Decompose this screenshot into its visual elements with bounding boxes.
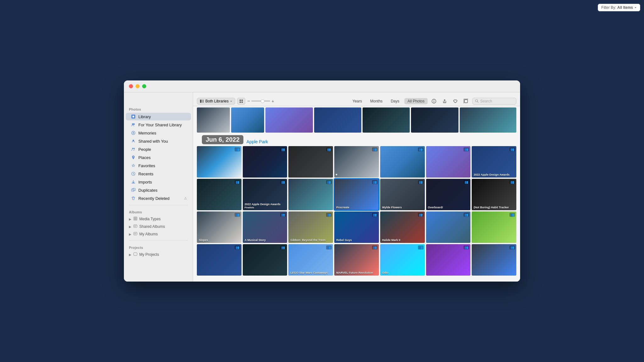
shared-icon: 👥: [372, 245, 378, 250]
share-button[interactable]: [440, 98, 449, 105]
minimize-button[interactable]: [136, 84, 140, 88]
svg-point-8: [134, 148, 135, 149]
photo-cell[interactable]: 👥: [472, 244, 516, 276]
sidebar-item-duplicates[interactable]: Duplicates: [126, 186, 191, 194]
photo-cell[interactable]: 👥 ♥: [334, 146, 379, 178]
search-bar[interactable]: Search: [472, 98, 516, 105]
chevron-icon-4: ▶: [129, 253, 131, 256]
recently-deleted-icon: [131, 196, 136, 201]
photo-cell[interactable]: 👥 Gibbon: Beyond the Trees: [288, 211, 333, 243]
photo-cell[interactable]: 👥: [243, 146, 287, 178]
photo-cell[interactable]: 👥 2022 Apple Design Awards: [472, 146, 516, 178]
photo-cell[interactable]: 👥 Overboard!: [426, 179, 471, 210]
sidebar-item-people-label: People: [138, 147, 187, 152]
photo-cell[interactable]: 👥: [197, 179, 242, 210]
zoom-minus[interactable]: −: [247, 99, 250, 104]
sidebar-item-favorites[interactable]: Favorites: [126, 162, 191, 169]
photo-cell[interactable]: [265, 107, 313, 133]
photo-cell[interactable]: 👥 (Not Boring) Habit Tracker: [472, 179, 516, 210]
photo-cell[interactable]: 👥: [288, 179, 333, 210]
sidebar-item-shared-library[interactable]: For Your Shared Library: [126, 121, 191, 129]
photo-area[interactable]: Filter By: All Items Jun 6, 2022 Apple P…: [193, 106, 520, 282]
sidebar-item-memories[interactable]: Memories: [126, 129, 191, 137]
info-button[interactable]: [430, 98, 438, 105]
photo-cell[interactable]: 👥 2022 Apple Design AwardsFinalists: [243, 179, 287, 210]
tab-all-photos[interactable]: All Photos: [404, 98, 428, 104]
photo-cell[interactable]: 👥 MARVEL Future Revolution: [334, 244, 379, 276]
photo-cell[interactable]: 👥: [243, 244, 287, 276]
photo-cell[interactable]: 👥 LEGO Star Wars Castaways: [288, 244, 333, 276]
sidebar-item-recently-deleted[interactable]: Recently Deleted ⚠: [126, 195, 191, 202]
tab-months[interactable]: Months: [367, 98, 386, 104]
photo-cell[interactable]: [314, 107, 361, 133]
sidebar-item-places[interactable]: Places: [126, 154, 191, 161]
svg-rect-16: [134, 219, 135, 220]
sidebar-item-people[interactable]: People: [126, 145, 191, 153]
crop-button[interactable]: [462, 98, 470, 105]
sidebar-item-memories-label: Memories: [138, 131, 187, 135]
date-header: Jun 6, 2022 Apple Park: [197, 133, 516, 145]
photo-cell[interactable]: 👥: [380, 146, 425, 178]
photo-cell[interactable]: [363, 107, 410, 133]
library-picker-icon: [200, 99, 204, 103]
photo-label: Halide Mark II: [380, 237, 425, 243]
close-button[interactable]: [129, 84, 133, 88]
photo-cell-selected[interactable]: 👥 Procreate: [334, 179, 379, 210]
photo-label: Odio: [380, 270, 425, 276]
zoom-plus[interactable]: +: [271, 99, 274, 103]
picker-chevron-icon: [230, 100, 232, 102]
photo-cell[interactable]: 👥 Odio: [380, 244, 425, 276]
photo-cell[interactable]: 👥 Wylde Flowers: [380, 179, 425, 210]
tab-days[interactable]: Days: [388, 98, 402, 104]
photo-cell[interactable]: 👥 Slopes: [197, 211, 242, 243]
my-albums-label: My Albums: [139, 232, 158, 236]
projects-section-label: Projects: [124, 243, 193, 251]
sidebar-item-library[interactable]: Library: [126, 113, 191, 120]
zoom-thumb[interactable]: [261, 99, 264, 103]
photo-cell[interactable]: 👥 Rebel Guys: [334, 211, 379, 243]
sidebar-group-my-projects[interactable]: ▶ My Projects: [124, 251, 193, 258]
sidebar-group-media-types[interactable]: ▶ Media Types: [124, 215, 193, 223]
photo-cell[interactable]: 👥 Halide Mark II: [380, 211, 425, 243]
svg-rect-26: [242, 101, 243, 103]
tab-years[interactable]: Years: [349, 98, 365, 104]
photo-cell[interactable]: [231, 107, 264, 133]
heart-button[interactable]: [451, 98, 460, 105]
photo-cell[interactable]: [197, 107, 230, 133]
photo-cell[interactable]: 👥 A Musical Story: [243, 211, 287, 243]
sidebar-item-recents[interactable]: Recents: [126, 170, 191, 178]
view-mode-button[interactable]: [237, 98, 245, 105]
imports-icon: [131, 179, 136, 184]
toolbar-right: Years Months Days All Photos: [349, 98, 516, 105]
sidebar-group-my-albums[interactable]: ▶ My Albums: [124, 230, 193, 238]
photo-cell[interactable]: 👥: [426, 244, 471, 276]
chevron-icon-2: ▶: [129, 225, 131, 228]
shared-icon: 👥: [418, 213, 424, 217]
photo-cell[interactable]: 👥: [197, 146, 242, 178]
chevron-icon-3: ▶: [129, 233, 131, 236]
my-albums-icon: [133, 232, 137, 237]
sidebar-group-shared-albums[interactable]: ▶ Shared Albums: [124, 223, 193, 230]
photo-cell[interactable]: 👥: [288, 146, 333, 178]
shared-icon: 👥: [418, 147, 424, 151]
photo-cell[interactable]: 👥: [426, 146, 471, 178]
shared-icon: 👥: [509, 147, 515, 151]
sidebar-item-shared-with-you[interactable]: Shared with You: [126, 137, 191, 145]
photo-label: Slopes: [197, 237, 242, 243]
photo-row-4: 👥 👥 👥 LEGO Star Wars Castaways 👥 MARVEL …: [197, 244, 516, 276]
zoom-control[interactable]: − +: [247, 99, 274, 104]
photo-cell[interactable]: 👥: [472, 211, 516, 243]
photo-grid: 👥 👥 👥 👥 ♥ 👥: [193, 145, 520, 279]
svg-rect-15: [136, 217, 136, 218]
photo-label: Gibbon: Beyond the Trees: [288, 237, 333, 243]
date-label: Jun 6, 2022: [202, 135, 243, 144]
shared-icon: 👥: [509, 180, 515, 184]
library-picker-label: Both Libraries: [205, 99, 229, 103]
photo-cell[interactable]: [411, 107, 458, 133]
photo-cell[interactable]: 👥: [197, 244, 242, 276]
photo-cell[interactable]: [460, 107, 516, 133]
fullscreen-button[interactable]: [142, 84, 146, 88]
sidebar-item-imports[interactable]: Imports: [126, 178, 191, 186]
library-picker[interactable]: Both Libraries: [197, 98, 235, 105]
photo-cell[interactable]: 👥: [426, 211, 471, 243]
